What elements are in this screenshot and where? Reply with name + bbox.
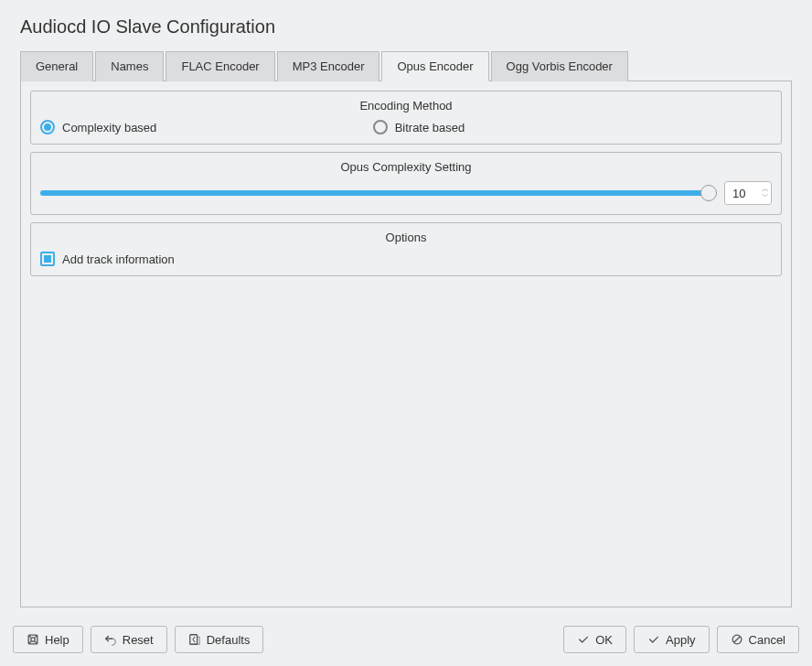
help-icon: [27, 633, 39, 646]
check-icon: [647, 633, 660, 646]
complexity-setting-group: Opus Complexity Setting 10 ︿ ﹀: [30, 152, 782, 215]
cancel-button[interactable]: Cancel: [717, 626, 799, 653]
tab-opus-encoder[interactable]: Opus Encoder: [381, 51, 488, 81]
svg-line-3: [35, 636, 37, 638]
tab-bar: General Names FLAC Encoder MP3 Encoder O…: [20, 50, 792, 81]
radio-bitrate-label: Bitrate based: [395, 121, 465, 134]
undo-icon: [104, 633, 117, 646]
options-group: Options Add track information: [30, 222, 782, 276]
radio-dot-icon: [40, 120, 55, 134]
tab-mp3-encoder[interactable]: MP3 Encoder: [277, 51, 380, 81]
tab-ogg-vorbis-encoder[interactable]: Ogg Vorbis Encoder: [491, 51, 628, 81]
chevron-down-icon[interactable]: ﹀: [762, 193, 769, 200]
complexity-slider-row: 10 ︿ ﹀: [40, 181, 772, 205]
content-area: General Names FLAC Encoder MP3 Encoder O…: [0, 50, 812, 617]
tab-names[interactable]: Names: [95, 51, 164, 81]
cancel-label: Cancel: [749, 633, 785, 647]
slider-thumb-icon[interactable]: [700, 185, 717, 201]
svg-line-4: [29, 641, 31, 643]
check-icon: [577, 633, 590, 646]
radio-circle-icon: [373, 120, 388, 134]
encoding-method-group: Encoding Method Complexity based Bitrate…: [30, 91, 782, 145]
complexity-value: 10: [732, 187, 762, 200]
svg-point-1: [31, 638, 35, 641]
complexity-setting-title: Opus Complexity Setting: [40, 160, 772, 174]
button-bar: Help Reset Defaults OK: [0, 617, 812, 666]
complexity-slider[interactable]: [40, 184, 715, 202]
radio-complexity-based[interactable]: Complexity based: [40, 120, 373, 134]
checkbox-icon: [40, 252, 55, 266]
encoding-method-options: Complexity based Bitrate based: [40, 120, 772, 134]
window-title: Audiocd IO Slave Configuration: [0, 0, 812, 50]
svg-line-2: [29, 636, 31, 638]
reset-button[interactable]: Reset: [91, 626, 167, 653]
config-window: Audiocd IO Slave Configuration General N…: [0, 0, 812, 666]
help-label: Help: [45, 633, 69, 647]
slider-track-icon: [40, 190, 715, 196]
reset-label: Reset: [123, 633, 154, 647]
tab-flac-encoder[interactable]: FLAC Encoder: [166, 51, 274, 81]
add-track-info-label: Add track information: [62, 252, 175, 266]
add-track-info-checkbox[interactable]: Add track information: [40, 252, 772, 266]
radio-bitrate-based[interactable]: Bitrate based: [373, 120, 772, 134]
tab-content-opus: Encoding Method Complexity based Bitrate…: [20, 81, 792, 607]
spinner-arrows-icon[interactable]: ︿ ﹀: [762, 186, 769, 200]
svg-line-8: [733, 637, 740, 643]
help-button[interactable]: Help: [13, 626, 83, 653]
tab-general[interactable]: General: [20, 51, 93, 81]
ok-label: OK: [595, 633, 613, 647]
defaults-button[interactable]: Defaults: [175, 626, 264, 653]
options-title: Options: [40, 231, 772, 244]
radio-complexity-label: Complexity based: [62, 121, 156, 134]
apply-button[interactable]: Apply: [634, 626, 710, 653]
encoding-method-title: Encoding Method: [40, 99, 772, 113]
complexity-spinbox[interactable]: 10 ︿ ﹀: [724, 181, 772, 205]
apply-label: Apply: [666, 633, 696, 647]
cancel-icon: [731, 633, 743, 646]
defaults-icon: [188, 633, 201, 646]
svg-line-5: [35, 641, 37, 643]
svg-rect-6: [189, 635, 197, 645]
defaults-label: Defaults: [207, 633, 251, 647]
ok-button[interactable]: OK: [563, 626, 626, 653]
